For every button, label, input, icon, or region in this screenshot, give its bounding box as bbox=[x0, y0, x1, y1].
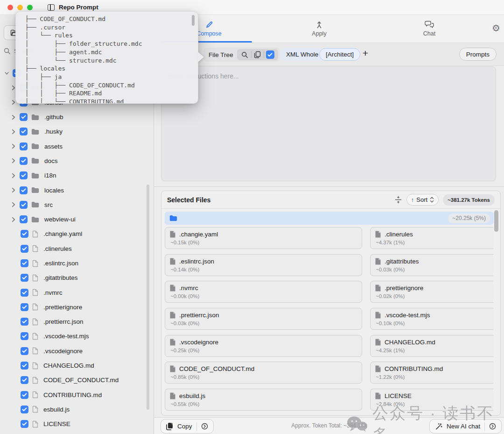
file-card[interactable]: .vscode-test.mjs ~0.10k (0%) bbox=[370, 308, 493, 330]
file-card-name: esbuild.js bbox=[179, 392, 205, 399]
zoom-traffic-light[interactable] bbox=[27, 5, 33, 10]
file-tree-checkbox[interactable] bbox=[264, 50, 276, 60]
sort-button[interactable]: ↑ Sort bbox=[406, 194, 439, 206]
root-folder-row-selected[interactable]: ~20.25k (5%) bbox=[165, 212, 494, 225]
file-tree-controls bbox=[237, 49, 278, 60]
checkbox-checked[interactable] bbox=[21, 406, 28, 413]
checkbox-checked[interactable] bbox=[20, 113, 28, 121]
file-card[interactable]: LICENSE ~2.84k (0%) bbox=[370, 389, 493, 411]
checkbox-checked[interactable] bbox=[20, 201, 28, 209]
tree-row-file[interactable]: CONTRIBUTING.md bbox=[0, 388, 154, 402]
search-icon[interactable] bbox=[239, 50, 251, 60]
tree-row-file[interactable]: .gitattributes bbox=[0, 270, 154, 285]
file-card[interactable]: .gitattributes ~0.03k (0%) bbox=[370, 254, 493, 276]
tree-row-file[interactable]: .prettierignore bbox=[0, 300, 154, 314]
checkbox-checked[interactable] bbox=[20, 171, 28, 179]
popover-scrollbar-thumb[interactable] bbox=[192, 15, 195, 26]
copy-pages-icon[interactable] bbox=[252, 50, 264, 60]
instructions-input[interactable]: Enter instructions here... bbox=[161, 66, 496, 181]
checkbox-checked[interactable] bbox=[21, 245, 28, 253]
sidebar-scrollbar-thumb[interactable] bbox=[147, 185, 149, 410]
tree-row-file[interactable]: esbuild.js bbox=[0, 402, 154, 417]
chevron-right-icon[interactable] bbox=[12, 143, 16, 149]
checkbox-checked[interactable] bbox=[21, 332, 28, 340]
prompts-button[interactable]: Prompts bbox=[459, 48, 497, 61]
chevron-right-icon[interactable] bbox=[12, 217, 16, 222]
tree-row-folder[interactable]: src bbox=[0, 198, 154, 212]
tree-row-file[interactable]: .nvmrc bbox=[0, 285, 154, 299]
copy-options-icon[interactable] bbox=[201, 423, 208, 430]
checkbox-checked[interactable] bbox=[21, 420, 28, 428]
checkbox-checked[interactable] bbox=[21, 289, 28, 297]
file-card-tokens: ~4.25k (1%) bbox=[376, 348, 493, 353]
checkbox-checked[interactable] bbox=[21, 230, 28, 238]
new-ai-chat-button[interactable]: New AI chat bbox=[429, 419, 502, 434]
checkbox-checked[interactable] bbox=[20, 128, 28, 135]
file-card[interactable]: .prettierrc.json ~0.03k (0%) bbox=[165, 308, 362, 330]
chevron-right-icon[interactable] bbox=[12, 187, 16, 193]
tree-row-file[interactable]: .vscode-test.mjs bbox=[0, 329, 154, 343]
checkbox-checked[interactable] bbox=[20, 215, 28, 223]
close-traffic-light[interactable] bbox=[7, 5, 13, 10]
settings-gear-icon[interactable]: ⚙ bbox=[492, 23, 500, 33]
chevron-right-icon[interactable] bbox=[12, 114, 16, 120]
tree-row-folder[interactable]: docs bbox=[0, 154, 154, 168]
chevron-right-icon[interactable] bbox=[12, 173, 16, 178]
checkbox-checked[interactable] bbox=[20, 186, 28, 194]
add-prompt-button[interactable]: + bbox=[359, 48, 371, 59]
architect-pill[interactable]: [Architect] bbox=[319, 48, 360, 61]
tree-row-folder[interactable]: .husky bbox=[0, 124, 154, 139]
tree-row-file[interactable]: .changie.yaml bbox=[0, 227, 154, 241]
xml-whole-pill[interactable]: XML Whole bbox=[280, 48, 324, 61]
chevron-right-icon[interactable] bbox=[12, 129, 16, 135]
file-card[interactable]: esbuild.js ~0.55k (0%) bbox=[165, 389, 362, 411]
tree-row-folder[interactable]: i18n bbox=[0, 168, 154, 183]
file-card-name: .clinerules bbox=[385, 231, 413, 238]
tree-row-file[interactable]: .prettierrc.json bbox=[0, 314, 154, 329]
tab-apply[interactable]: Apply bbox=[264, 15, 374, 43]
file-card[interactable]: CODE_OF_CONDUCT.md ~0.85k (0%) bbox=[165, 362, 362, 384]
checkbox-checked[interactable] bbox=[21, 347, 28, 355]
merge-arrow-icon bbox=[315, 21, 323, 29]
checkbox-checked[interactable] bbox=[21, 376, 28, 384]
tree-row-file[interactable]: .eslintrc.json bbox=[0, 256, 154, 270]
checkbox-checked[interactable] bbox=[21, 259, 28, 267]
chat-options-icon[interactable] bbox=[489, 423, 496, 430]
tree-row-file[interactable]: CODE_OF_CONDUCT.md bbox=[0, 373, 154, 387]
document-filled-icon bbox=[170, 392, 175, 399]
file-card[interactable]: .eslintrc.json ~0.14k (0%) bbox=[165, 254, 362, 276]
tree-row-folder[interactable]: .github bbox=[0, 110, 154, 124]
selected-files-scrollbar-thumb[interactable] bbox=[494, 210, 498, 232]
tab-chat[interactable]: Chat bbox=[374, 15, 484, 43]
file-card-name: LICENSE bbox=[385, 392, 412, 399]
chevron-down-icon[interactable] bbox=[5, 71, 9, 75]
file-card[interactable]: .nvmrc ~0.00k (0%) bbox=[165, 281, 362, 303]
file-card[interactable]: .vscodeignore ~0.25k (0%) bbox=[165, 335, 362, 357]
file-card[interactable]: CONTRIBUTING.md ~1.22k (0%) bbox=[370, 362, 493, 384]
file-card[interactable]: .clinerules ~4.37k (1%) bbox=[370, 227, 493, 249]
tree-row-folder[interactable]: webview-ui bbox=[0, 212, 154, 227]
file-tree-pill[interactable]: File Tree bbox=[203, 48, 280, 62]
checkbox-checked[interactable] bbox=[21, 391, 28, 399]
file-card[interactable]: .changie.yaml ~0.15k (0%) bbox=[165, 227, 362, 249]
tree-row-folder[interactable]: assets bbox=[0, 139, 154, 153]
chevron-right-icon[interactable] bbox=[12, 202, 16, 207]
minimize-traffic-light[interactable] bbox=[17, 5, 23, 10]
checkbox-checked[interactable] bbox=[21, 274, 28, 282]
split-view-icon[interactable] bbox=[394, 196, 402, 204]
file-card[interactable]: CHANGELOG.md ~4.25k (1%) bbox=[370, 335, 493, 357]
copy-button[interactable]: Copy bbox=[161, 419, 214, 434]
checkbox-checked[interactable] bbox=[20, 157, 28, 165]
tree-row-file[interactable]: .vscodeignore bbox=[0, 344, 154, 358]
chevron-right-icon[interactable] bbox=[12, 158, 16, 164]
tree-row-file[interactable]: CHANGELOG.md bbox=[0, 358, 154, 373]
document-icon bbox=[32, 333, 38, 340]
checkbox-checked[interactable] bbox=[21, 318, 28, 326]
tree-row-folder[interactable]: locales bbox=[0, 183, 154, 197]
checkbox-checked[interactable] bbox=[20, 142, 28, 150]
checkbox-checked[interactable] bbox=[21, 362, 28, 370]
tree-row-file[interactable]: LICENSE bbox=[0, 417, 154, 431]
file-card[interactable]: .prettierignore ~0.02k (0%) bbox=[370, 281, 493, 303]
tree-row-file[interactable]: .clinerules bbox=[0, 242, 154, 256]
checkbox-checked[interactable] bbox=[21, 303, 28, 311]
